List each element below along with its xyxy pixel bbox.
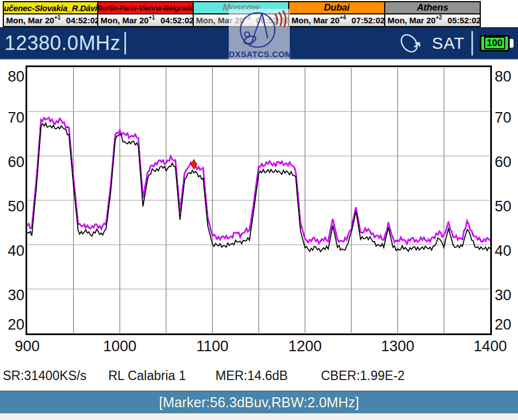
analyzer-screen: Lučenec-Slovakia_R.Dávid Mon, Mar 20 +1 …	[0, 0, 518, 420]
clock-athens: Athens Mon, Mar 20 +2 05:52:02	[384, 1, 481, 27]
y-axis-label-left: 70	[8, 109, 24, 126]
clock-utc-offset: +1	[54, 14, 61, 21]
y-axis-label-right: 60	[495, 154, 511, 170]
clock-city-label: Dubai	[288, 1, 385, 14]
x-axis-label: 1200	[288, 338, 321, 355]
cber-value: CBER:1.99E-2	[321, 368, 405, 383]
x-axis-label: 1400	[474, 338, 507, 355]
bottom-strip	[0, 413, 518, 420]
y-axis-label-right: 30	[495, 287, 511, 303]
logo-dish-drawing	[229, 9, 290, 50]
header-right-group: SAT 100	[396, 27, 514, 59]
service-name: RL Calabria 1	[108, 368, 186, 383]
logo-text: DXSATCS.COM	[229, 49, 290, 59]
clock-date: Mon, Mar 20	[100, 16, 149, 25]
y-axis-label-right: 70	[495, 109, 511, 126]
y-axis-label-left: 60	[8, 154, 24, 170]
x-axis-label: 900	[14, 338, 39, 355]
clock-time: 07:52:02	[351, 16, 385, 25]
battery-terminal	[510, 39, 514, 48]
clock-utc-offset: +4	[340, 14, 346, 21]
symbol-rate-value: SR:31400KS/s	[3, 368, 87, 383]
clock-city-label: Berlin-Paris-Vienna-Belgrade	[97, 1, 194, 14]
clock-time: 04:52:02	[66, 16, 99, 25]
clock-berlin: Berlin-Paris-Vienna-Belgrade Mon, Mar 20…	[97, 1, 194, 27]
clock-time: 04:52:02	[160, 16, 194, 25]
x-axis-label: 1100	[197, 338, 229, 355]
x-axis-label: 1300	[381, 338, 414, 355]
x-axis-label: 1000	[103, 338, 137, 355]
frequency-input[interactable]: 12380.0MHz	[4, 32, 120, 55]
battery-icon: 100	[480, 35, 514, 52]
clock-date: Mon, Mar 20	[291, 16, 340, 25]
y-axis-label-right: 50	[495, 198, 511, 215]
satellite-dish-icon	[396, 29, 425, 57]
clock-date: Mon, Mar 20	[6, 16, 54, 25]
y-axis-label-left: 80	[8, 68, 24, 85]
dxsatcs-logo-watermark: DXSATCS.COM	[229, 9, 290, 60]
clock-time: 05:52:02	[447, 16, 481, 25]
y-axis-label-left: 40	[8, 242, 24, 259]
spectrum-chart[interactable]: 8080707060605050404030302020900100011001…	[0, 64, 518, 368]
status-line: SR:31400KS/s RL Calabria 1 MER:14.6dB CB…	[0, 368, 518, 385]
sat-mode-label: SAT	[432, 34, 465, 53]
clock-time-row: Mon, Mar 20 +4 07:52:02	[288, 14, 385, 27]
clock-time-row: Mon, Mar 20 +1 04:52:02	[97, 14, 194, 27]
text-cursor	[124, 32, 126, 54]
y-axis-label-left: 30	[8, 287, 24, 303]
clock-utc-offset: +1	[149, 14, 155, 21]
clock-dubai: Dubai Mon, Mar 20 +4 07:52:02	[288, 1, 385, 27]
marker-readout-text: [Marker:56.3dBuv,RBW:2.0MHz]	[159, 394, 359, 411]
clock-city-label: Lučenec-Slovakia_R.Dávid	[3, 1, 98, 14]
y-axis-label-left: 50	[8, 198, 24, 215]
y-axis-label-left: 20	[8, 316, 24, 333]
clock-lucenec: Lučenec-Slovakia_R.Dávid Mon, Mar 20 +1 …	[3, 1, 98, 27]
battery-level: 100	[484, 37, 505, 49]
y-axis-label-right: 40	[495, 242, 511, 259]
clock-time-row: Mon, Mar 20 +1 04:52:02	[3, 14, 98, 27]
y-axis-label-right: 80	[495, 68, 511, 85]
clock-date: Mon, Mar 20	[388, 16, 436, 25]
clock-city-label: Athens	[384, 1, 481, 14]
clock-utc-offset: +2	[436, 14, 442, 21]
marker-readout-bar: [Marker:56.3dBuv,RBW:2.0MHz]	[0, 391, 518, 413]
y-axis-label-right: 20	[495, 316, 511, 333]
clock-time-row: Mon, Mar 20 +2 05:52:02	[384, 14, 481, 27]
mer-value: MER:14.6dB	[215, 368, 288, 383]
header-divider	[471, 31, 473, 55]
